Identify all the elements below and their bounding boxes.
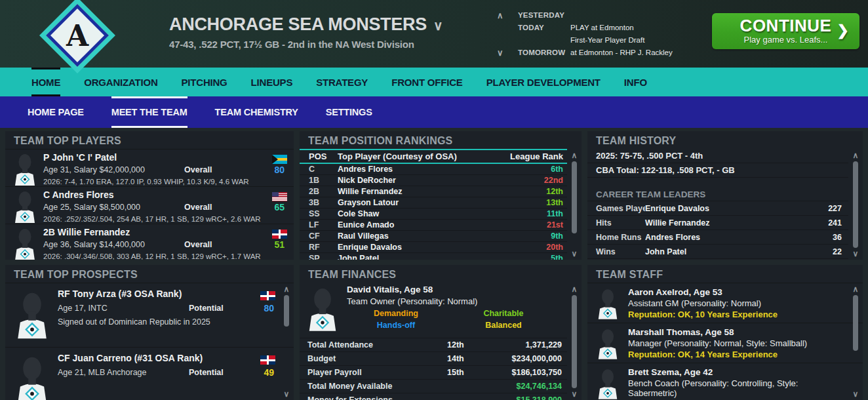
finance-row[interactable]: Money for Extensions$15,318,900 — [300, 393, 567, 400]
scroll-down-icon[interactable]: ∨ — [568, 390, 580, 399]
leader-row[interactable]: StrikeoutsJohn Patel377 — [587, 259, 848, 260]
ranking-row[interactable]: LFEunice Amado21st — [300, 220, 567, 231]
player-row[interactable]: P John 'C I' Patel Age 31, Salary $42,00… — [5, 149, 294, 186]
ranking-row[interactable]: SSCole Shaw11th — [300, 209, 567, 220]
player-portrait — [12, 153, 38, 186]
owner-portrait — [305, 287, 340, 331]
bahamas-flag-icon — [272, 155, 287, 164]
owner-trait: Demanding — [347, 309, 445, 318]
prospect-row[interactable]: RF Tony Arza (#3 OSA Rank) Age 17, INTC … — [5, 283, 294, 347]
panel-title: TEAM TOP PLAYERS — [5, 131, 294, 149]
subtab-meet-the-team[interactable]: MEET THE TEAM — [111, 96, 187, 128]
pos-header: POS — [300, 151, 338, 161]
scroll-up-icon[interactable]: ∧ — [850, 151, 861, 160]
player-name: C Andres Flores — [43, 190, 287, 200]
panel-position-rankings: TEAM POSITION RANKINGS POS Top Player (C… — [300, 131, 582, 260]
finance-row[interactable]: Player Payroll15th$186,103,750 — [300, 365, 567, 379]
overall-value: 51 — [247, 239, 287, 250]
dropdown-chevron-icon[interactable]: ∨ — [433, 18, 443, 33]
overall-label: Overall — [184, 203, 247, 212]
leader-row[interactable]: WinsJohn Patel22 — [587, 245, 848, 259]
scrollbar[interactable]: ∧ ∨ — [568, 151, 580, 258]
ranking-row[interactable]: 2BWillie Fernandez12th — [300, 186, 567, 197]
tab-player-development[interactable]: PLAYER DEVELOPMENT — [486, 68, 601, 96]
subtab-team-chemistry[interactable]: TEAM CHEMISTRY — [215, 96, 298, 128]
overall-label: Overall — [184, 240, 247, 249]
staff-row[interactable]: Brett Szema, Age 42 Bench Coach (Persona… — [587, 363, 863, 400]
overall-value: 80 — [247, 165, 287, 175]
tab-pitching[interactable]: PITCHING — [182, 68, 227, 96]
scrollbar[interactable]: ∧ ∨ — [850, 285, 861, 399]
scrollbar[interactable]: ∧ ∨ — [850, 151, 861, 258]
scroll-thumb[interactable] — [853, 295, 858, 351]
scroll-down-icon[interactable]: ∨ — [850, 390, 861, 399]
tab-strategy[interactable]: STRATEGY — [316, 68, 368, 96]
scroll-thumb[interactable] — [284, 295, 289, 327]
history-line: CBA Total: 122-118, .508 PCT, - GB — [587, 163, 848, 178]
potential-value: 80 — [248, 303, 274, 313]
staff-role: Assistant GM (Personality: Normal) — [628, 298, 843, 308]
scroll-down-icon[interactable]: ∨ — [281, 390, 292, 399]
rank-header: League Rank — [496, 151, 567, 161]
ranking-row[interactable]: 1BNick DeRocher22nd — [300, 175, 567, 186]
today-event: First-Year Player Draft — [570, 35, 644, 44]
finance-row[interactable]: Total Attendance12th1,371,229 — [300, 338, 567, 351]
scroll-up-icon[interactable]: ∧ — [850, 285, 861, 294]
finance-row[interactable]: Total Money Available$24,746,134 — [300, 379, 567, 393]
schedule-down-icon[interactable]: ∨ — [497, 48, 518, 58]
scrollbar[interactable]: ∧ ∨ — [568, 285, 580, 399]
team-logo[interactable]: A — [34, 1, 121, 72]
team-record: 47-43, .522 PCT, 17½ GB - 2nd in the NA … — [169, 39, 443, 50]
leader-row[interactable]: Games PlayedEnrique Davalos227 — [587, 201, 848, 216]
leader-row[interactable]: Home RunsAndres Flores36 — [587, 230, 848, 245]
scroll-thumb[interactable] — [572, 295, 577, 388]
scroll-up-icon[interactable]: ∧ — [568, 151, 580, 160]
ranking-row[interactable]: CAndres Flores6th — [300, 164, 567, 175]
scroll-up-icon[interactable]: ∧ — [568, 285, 580, 294]
prospect-name: RF Tony Arza (#3 OSA Rank) — [58, 289, 274, 299]
ranking-row[interactable]: CFRaul Villegas9th — [300, 231, 567, 242]
ranking-row[interactable]: SPJohn Patel5th — [300, 253, 567, 260]
finance-row[interactable]: Budget14th$234,000,000 — [300, 351, 567, 365]
schedule-up-icon[interactable]: ∧ — [497, 10, 518, 20]
owner-block[interactable]: David Vitalis, Age 58 Team Owner (Person… — [300, 283, 582, 338]
tab-info[interactable]: INFO — [624, 68, 647, 96]
prospect-info: Age 21, MLB Anchorage — [58, 368, 189, 377]
panel-team-finances: TEAM FINANCES David Vitalis, Age 58 Team… — [300, 265, 582, 400]
page-title: ANCHORAGE SEA MONSTERS — [169, 14, 427, 34]
player-row[interactable]: 2B Willie Fernandez Age 36, Salary $14,4… — [5, 224, 294, 260]
staff-row[interactable]: Aaron Axelrod, Age 53 Assistant GM (Pers… — [587, 283, 863, 323]
player-name: 2B Willie Fernandez — [43, 227, 287, 237]
subtab-home-page[interactable]: HOME PAGE — [28, 96, 84, 128]
scroll-down-icon[interactable]: ∨ — [568, 249, 580, 258]
leader-row[interactable]: HitsWillie Fernandez241 — [587, 216, 848, 230]
player-row[interactable]: C Andres Flores Age 25, Salary $8,500,00… — [5, 186, 294, 224]
scroll-down-icon[interactable]: ∨ — [850, 249, 861, 258]
scroll-thumb[interactable] — [853, 161, 858, 248]
today-game: PLAY at Edmonton — [570, 23, 634, 31]
dominican-republic-flag-icon — [272, 230, 287, 239]
tab-lineups[interactable]: LINEUPS — [251, 68, 293, 96]
staff-reputation: Reputation: OK, 10 Years Experience — [628, 310, 843, 319]
team-name-dropdown[interactable]: ANCHORAGE SEA MONSTERS∨ — [169, 14, 443, 35]
potential-label: Potential — [189, 368, 248, 377]
tomorrow-game: at Edmonton - RHP J. Rackley — [570, 48, 673, 56]
staff-row[interactable]: Marshall Thomas, Age 58 Manager (Persona… — [587, 323, 863, 363]
ranking-row[interactable]: 3BGrayson Latour13th — [300, 197, 567, 209]
scrollbar[interactable]: ∧ ∨ — [281, 285, 292, 399]
prospect-row[interactable]: CF Juan Carreno (#31 OSA Rank) Age 21, M… — [5, 347, 294, 400]
overall-value: 65 — [247, 202, 287, 212]
subtab-settings[interactable]: SETTINGS — [326, 96, 372, 128]
main-content: TEAM TOP PLAYERS P John 'C I' Patel Age … — [0, 128, 868, 400]
ranking-row[interactable]: RFEnrique Davalos20th — [300, 242, 567, 253]
scroll-up-icon[interactable]: ∧ — [281, 285, 292, 294]
tab-front-office[interactable]: FRONT OFFICE — [391, 68, 462, 96]
player-stats: 2026: 7-4, 1.70 ERA, 127.0 IP, 0.93 WHIP… — [43, 178, 287, 186]
continue-button[interactable]: CONTINUE Play game vs. Leafs... ❯ — [712, 13, 859, 49]
scroll-thumb[interactable] — [572, 161, 577, 233]
prospect-name: CF Juan Carreno (#31 OSA Rank) — [58, 353, 274, 363]
usa-flag-icon — [272, 192, 287, 201]
prospect-note: Signed out of Dominican Republic in 2025 — [58, 317, 274, 327]
rankings-header: POS Top Player (Courtesy of OSA) League … — [300, 149, 567, 164]
dominican-republic-flag-icon — [260, 291, 275, 300]
